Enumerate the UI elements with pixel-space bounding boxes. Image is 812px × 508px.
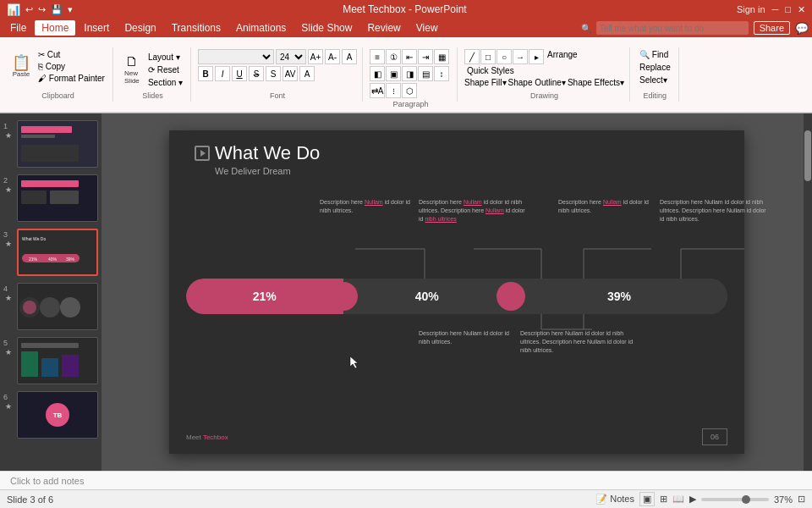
shadow-button[interactable]: S — [266, 66, 281, 81]
align-center[interactable]: ▣ — [386, 66, 401, 81]
fontcolor-button[interactable]: A — [299, 66, 315, 81]
menu-design[interactable]: Design — [118, 20, 162, 36]
clear-format-button[interactable]: A — [342, 49, 357, 64]
align-text[interactable]: ⫶ — [386, 83, 401, 98]
text-direction[interactable]: ⇄A — [370, 83, 385, 98]
scrollbar-v[interactable] — [804, 113, 812, 471]
svg-rect-4 — [21, 190, 47, 204]
notes-text: Click to add notes — [10, 476, 84, 486]
strikethrough-button[interactable]: S — [249, 66, 264, 81]
select-button[interactable]: Select▾ — [637, 75, 673, 86]
shape-circle[interactable]: ○ — [497, 49, 512, 64]
thumb-5[interactable] — [17, 337, 98, 384]
font-label: Font — [270, 91, 285, 100]
thumb-3[interactable]: What We Do 21% 40% 39% — [17, 229, 98, 276]
numbering-button[interactable]: ① — [386, 49, 401, 64]
italic-button[interactable]: I — [215, 66, 230, 81]
scroll-thumb[interactable] — [804, 130, 811, 181]
shape-more[interactable]: ▸ — [529, 49, 544, 64]
thumb-2[interactable] — [17, 174, 98, 222]
desc-top-mr: Description here Nullam id dolor id nibh… — [558, 198, 656, 215]
thumb-4[interactable] — [17, 283, 98, 330]
view-slide-sorter[interactable]: ⊞ — [660, 494, 667, 505]
find-button[interactable]: 🔍 Find — [637, 49, 673, 60]
slide-thumbnail-6[interactable]: 6 ★ TB — [3, 391, 98, 439]
menu-insert[interactable]: Insert — [77, 20, 116, 36]
cut-button[interactable]: ✂ Cut — [36, 49, 107, 60]
slide-thumbnail-4[interactable]: 4 ★ — [3, 283, 98, 330]
view-normal[interactable]: ▣ — [639, 492, 655, 506]
quickstyles-button[interactable]: Quick Styles — [464, 65, 517, 76]
shape-rect[interactable]: □ — [480, 49, 496, 64]
layout-button[interactable]: Layout ▾ — [145, 52, 185, 63]
svg-text:What We Do: What We Do — [22, 236, 46, 241]
menu-review[interactable]: Review — [360, 20, 407, 36]
font-size-decrease[interactable]: A- — [325, 49, 340, 64]
justify[interactable]: ▤ — [418, 66, 433, 81]
menu-transitions[interactable]: Transitions — [165, 20, 228, 36]
font-size-increase[interactable]: A+ — [308, 49, 323, 64]
fit-slide[interactable]: ⊡ — [798, 494, 805, 505]
notes-bar[interactable]: Click to add notes — [0, 471, 812, 489]
svg-rect-16 — [21, 351, 38, 377]
zoom-thumb[interactable] — [742, 495, 750, 504]
comment-icon[interactable]: 💬 — [795, 22, 809, 35]
paste-button[interactable]: 📋 Paste — [8, 53, 34, 80]
slide-title: What We Do — [195, 142, 320, 164]
section-button[interactable]: Section ▾ — [145, 77, 185, 88]
menu-slideshow[interactable]: Slide Show — [294, 20, 359, 36]
font-size-select[interactable]: 24 — [276, 49, 306, 64]
svg-rect-0 — [21, 126, 72, 133]
view-slideshow[interactable]: ▶ — [689, 494, 696, 505]
menu-view[interactable]: View — [409, 20, 445, 36]
undo-icon[interactable]: ↩ — [25, 4, 33, 15]
replace-button[interactable]: Replace — [637, 62, 673, 73]
slide-thumbnail-2[interactable]: 2 ★ — [3, 174, 98, 222]
minimize-btn[interactable]: ─ — [772, 4, 779, 14]
bullets-button[interactable]: ≡ — [370, 49, 385, 64]
menu-file[interactable]: File — [3, 20, 33, 36]
linespacing[interactable]: ↕ — [434, 66, 449, 81]
menu-home[interactable]: Home — [35, 20, 75, 36]
thumb-6[interactable]: TB — [17, 391, 98, 439]
view-reading[interactable]: 📖 — [672, 494, 684, 505]
desc-bot-mr: Description here Nullam id dolor id nibh… — [520, 329, 639, 354]
search-input[interactable] — [596, 21, 749, 35]
notes-icon[interactable]: 📝 Notes — [595, 494, 634, 505]
svg-point-13 — [60, 297, 80, 318]
share-button[interactable]: Share — [754, 21, 790, 35]
bold-button[interactable]: B — [198, 66, 213, 81]
text-columns[interactable]: ▦ — [434, 49, 449, 64]
copy-button[interactable]: ⎘ Copy — [36, 61, 107, 72]
format-painter-button[interactable]: 🖌 Format Painter — [36, 73, 107, 84]
maximize-btn[interactable]: □ — [785, 4, 791, 14]
redo-icon[interactable]: ↪ — [38, 4, 46, 15]
slide-thumbnail-3[interactable]: 3 ★ What We Do 21% 40% 39% — [3, 229, 98, 276]
zoom-slider[interactable] — [701, 498, 769, 501]
shape-arrow[interactable]: → — [513, 49, 528, 64]
align-right[interactable]: ◨ — [402, 66, 417, 81]
charspacing-button[interactable]: AV — [283, 66, 298, 81]
new-slide-button[interactable]: 🗋 NewSlide — [120, 52, 144, 86]
increase-indent[interactable]: ⇥ — [418, 49, 433, 64]
canvas-area[interactable]: What We Do We Deliver Dream Description … — [102, 113, 812, 471]
save-icon[interactable]: 💾 — [51, 4, 63, 15]
decrease-indent[interactable]: ⇤ — [402, 49, 417, 64]
close-btn[interactable]: ✕ — [798, 4, 805, 15]
font-family-select[interactable] — [198, 49, 274, 64]
convert-smartart[interactable]: ⬡ — [402, 83, 417, 98]
menu-animations[interactable]: Animations — [229, 20, 293, 36]
thumb-1[interactable] — [17, 120, 98, 168]
underline-button[interactable]: U — [232, 66, 247, 81]
slide-thumbnail-5[interactable]: 5 ★ — [3, 337, 98, 384]
ribbon: 📋 Paste ✂ Cut ⎘ Copy 🖌 Format Painter Cl… — [0, 37, 812, 113]
arrange-button[interactable]: Arrange — [545, 49, 580, 64]
thumb-svg-3: What We Do 21% 40% 39% — [19, 230, 96, 274]
signin-button[interactable]: Sign in — [737, 4, 765, 14]
svg-rect-2 — [21, 145, 79, 162]
reset-button[interactable]: ⟳ Reset — [145, 64, 185, 75]
align-left[interactable]: ◧ — [370, 66, 385, 81]
slide-canvas[interactable]: What We Do We Deliver Dream Description … — [169, 130, 744, 454]
shape-line[interactable]: ╱ — [464, 49, 480, 64]
slide-thumbnail-1[interactable]: 1 ★ — [3, 120, 98, 168]
